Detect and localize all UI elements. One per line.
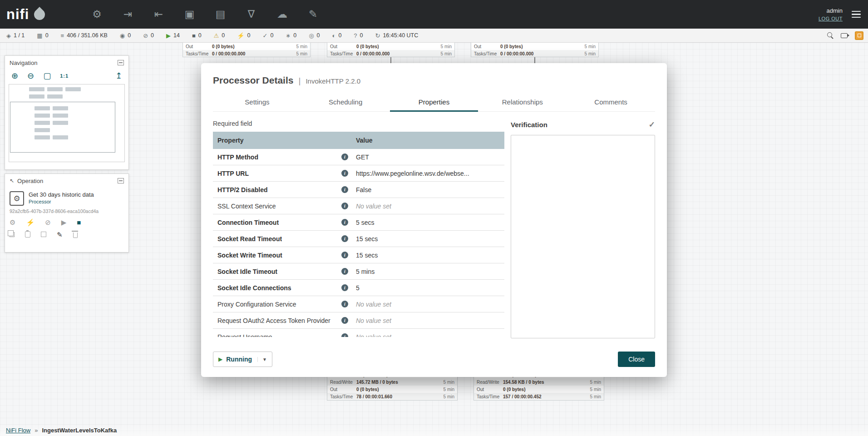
paste-icon[interactable] xyxy=(25,231,30,238)
flow-analysis-indicator-icon[interactable] xyxy=(855,31,863,40)
camera-icon[interactable] xyxy=(841,33,848,38)
stat-label: Out xyxy=(186,44,212,49)
dialog-title: Processor Details xyxy=(213,75,293,86)
table-row: Connection Timeouti5 secs xyxy=(213,214,504,231)
fill-color-icon[interactable]: ✎ xyxy=(57,231,63,238)
info-icon[interactable]: i xyxy=(341,203,348,209)
stop-icon[interactable]: ■ xyxy=(77,219,81,226)
info-icon[interactable]: i xyxy=(341,235,348,242)
required-field-label: Required field xyxy=(213,120,504,127)
info-icon[interactable]: i xyxy=(341,186,348,193)
property-name: Socket Idle Timeout xyxy=(217,268,277,275)
zoom-out-icon[interactable]: ⊖ xyxy=(27,72,34,80)
label-icon[interactable]: ✎ xyxy=(305,6,322,23)
table-row: SSL Context ServiceiNo value set xyxy=(213,198,504,214)
property-name: Socket Idle Connections xyxy=(217,284,291,292)
threads-count: 0 xyxy=(45,32,49,39)
remote-process-group-icon[interactable]: ☁ xyxy=(274,6,291,23)
run-state-label: Running xyxy=(226,356,252,363)
info-icon[interactable]: i xyxy=(341,154,348,160)
property-name: HTTP Method xyxy=(217,154,258,161)
zoom-in-icon[interactable]: ⊕ xyxy=(11,72,18,80)
stat-window: 5 min xyxy=(590,394,601,399)
table-row: Socket Read Timeouti15 secs xyxy=(213,231,504,247)
property-name: HTTP URL xyxy=(217,170,249,177)
close-button[interactable]: Close xyxy=(618,352,655,367)
collapse-icon[interactable] xyxy=(118,178,124,183)
stat-value: 0 (0 bytes) xyxy=(503,387,590,392)
not-transmitting-status: ⊘0 xyxy=(143,32,154,39)
info-icon[interactable]: i xyxy=(341,219,348,226)
stat-window: 5 min xyxy=(296,44,307,49)
global-menu-icon[interactable] xyxy=(850,9,863,20)
info-icon[interactable]: i xyxy=(341,317,348,324)
stat-label: Tasks/Time xyxy=(330,51,356,56)
run-state-button[interactable]: ▶ Running ▼ xyxy=(213,352,272,367)
processor-stats-top-2[interactable]: Out0 (0 bytes)5 min Tasks/Time0 / 00:00:… xyxy=(327,42,455,57)
configure-icon[interactable]: ⚙ xyxy=(10,219,15,226)
processor-stats-top-3[interactable]: Out0 (0 bytes)5 min Tasks/Time0 / 00:00:… xyxy=(471,42,599,57)
breadcrumb-root-link[interactable]: NiFi Flow xyxy=(6,427,30,434)
flow-import-icon[interactable]: ▤ xyxy=(212,6,229,23)
disabled-count: 0 xyxy=(247,32,251,39)
nifi-droplet-icon xyxy=(32,7,47,22)
stat-window: 5 min xyxy=(590,380,601,385)
stat-value: 0 (0 bytes) xyxy=(500,44,585,49)
tab-scheduling[interactable]: Scheduling xyxy=(301,93,390,111)
zoom-fit-icon[interactable]: ▢ xyxy=(43,72,51,80)
refresh-icon[interactable]: ↻ xyxy=(375,32,380,39)
operation-pointer-icon: ↖ xyxy=(10,178,14,184)
processor-icon[interactable]: ⚙ xyxy=(89,6,106,23)
connection-line xyxy=(534,57,535,64)
breadcrumb: NiFi Flow » IngestWaterLevelsToKafka xyxy=(0,425,868,436)
stat-label: Out xyxy=(330,387,356,392)
property-value: No value set xyxy=(350,301,504,308)
stat-value: 78 / 00:00:01.660 xyxy=(356,394,444,399)
processor-stats-top-1[interactable]: Out0 (0 bytes)5 min Tasks/Time0 / 00:00:… xyxy=(182,42,311,57)
dialog-title-separator: | xyxy=(298,76,301,86)
property-name: Proxy Configuration Service xyxy=(217,301,296,308)
verify-properties-icon[interactable]: ✓ xyxy=(649,120,655,129)
collapse-icon[interactable] xyxy=(118,60,124,65)
disable-icon[interactable]: ⊘ xyxy=(45,219,51,226)
property-name: HTTP/2 Disabled xyxy=(217,186,267,193)
copy-icon[interactable] xyxy=(10,232,15,237)
info-icon[interactable]: i xyxy=(341,268,348,275)
property-value: No value set xyxy=(350,333,504,337)
stat-label: Read/Write xyxy=(330,380,356,385)
property-column-header: Property xyxy=(213,137,350,144)
tab-relationships[interactable]: Relationships xyxy=(478,93,567,111)
group-icon[interactable] xyxy=(41,232,46,237)
operation-panel-title: Operation xyxy=(17,178,43,184)
info-icon[interactable]: i xyxy=(341,170,348,177)
queued-status: ≡406 / 351.06 KB xyxy=(61,32,108,39)
property-name: Connection Timeout xyxy=(217,219,279,226)
funnel-icon[interactable]: ∇ xyxy=(243,6,260,23)
running-play-icon: ▶ xyxy=(218,356,222,362)
tab-comments[interactable]: Comments xyxy=(567,93,655,111)
stat-label: Read/Write xyxy=(477,380,503,385)
logout-link[interactable]: LOG OUT xyxy=(819,15,843,23)
info-icon[interactable]: i xyxy=(341,333,348,337)
stat-label: Out xyxy=(474,44,500,49)
start-icon[interactable]: ▶ xyxy=(61,219,67,226)
minimap[interactable] xyxy=(9,84,125,162)
tab-settings[interactable]: Settings xyxy=(213,93,301,111)
info-icon[interactable]: i xyxy=(341,301,348,307)
navigate-up-icon[interactable]: ↥ xyxy=(115,72,122,80)
enable-icon[interactable]: ⚡ xyxy=(26,219,35,226)
breadcrumb-current: IngestWaterLevelsToKafka xyxy=(42,427,117,434)
zoom-actual-icon[interactable]: 1:1 xyxy=(60,74,69,79)
nifi-logo: nifi xyxy=(6,6,45,23)
input-port-icon[interactable]: ⇥ xyxy=(119,6,137,23)
stat-label: Out xyxy=(330,44,356,49)
process-group-icon[interactable]: ▣ xyxy=(181,6,198,23)
stat-value: 0 (0 bytes) xyxy=(356,44,441,49)
delete-icon[interactable] xyxy=(73,233,78,238)
output-port-icon[interactable]: ⇤ xyxy=(150,6,168,23)
info-icon[interactable]: i xyxy=(341,284,348,291)
search-icon[interactable] xyxy=(827,32,833,39)
tab-properties[interactable]: Properties xyxy=(390,93,478,111)
locally-modified-stale-status: ◐0 xyxy=(332,32,342,39)
info-icon[interactable]: i xyxy=(341,252,348,258)
